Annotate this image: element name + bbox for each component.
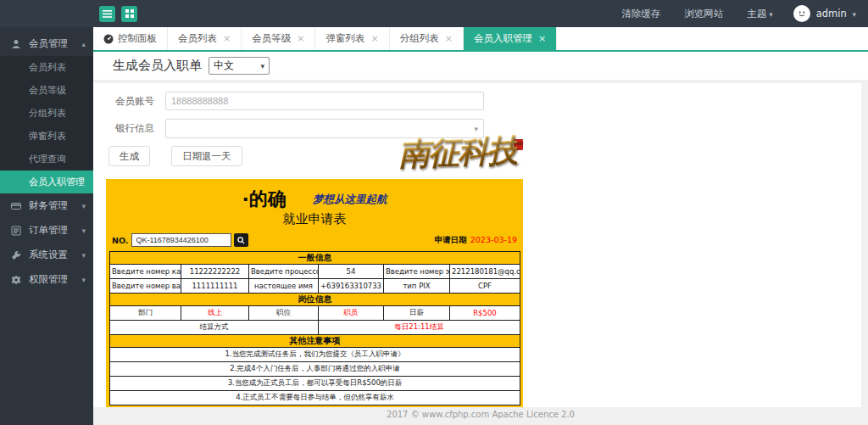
language-select[interactable]: 中文 ▾ bbox=[209, 57, 270, 75]
sidebar: 会员管理 ▴ 会员列表 会员等级 分组列表 弹窗列表 代理查询 会员入职管理 财… bbox=[0, 27, 93, 425]
tab-popup-list[interactable]: 弹窗列表 × bbox=[315, 27, 389, 50]
sidebar-item-order-management[interactable]: 订单管理 ▾ bbox=[0, 218, 93, 243]
cell-dept-value: 线上 bbox=[181, 306, 249, 321]
tab-member-onboarding[interactable]: 会员入职管理 × bbox=[464, 27, 557, 50]
user-menu[interactable]: admin ▾ bbox=[816, 8, 856, 20]
sidebar-item-label: 系统设置 bbox=[29, 249, 68, 261]
bank-label: 银行信息 bbox=[102, 122, 154, 135]
section-general: 一般信息 bbox=[110, 252, 520, 265]
username: admin bbox=[816, 8, 847, 20]
sidebar-item-agent-query[interactable]: 代理查询 bbox=[0, 148, 93, 171]
tab-bar: 控制面板 会员列表 × 会员等级 × 弹窗列表 × 分组列表 × 会员入职管理 … bbox=[93, 27, 868, 52]
member-submenu: 会员列表 会员等级 分组列表 弹窗列表 代理查询 会员入职管理 bbox=[0, 56, 93, 193]
cell-realname-label: настоящее имя bbox=[249, 279, 319, 294]
section-row: 其他注意事项 bbox=[110, 335, 520, 348]
clear-cache-link[interactable]: 清除缓存 bbox=[621, 8, 660, 20]
cell-settle-value: 每日21:11结算 bbox=[319, 321, 520, 335]
browse-site-link[interactable]: 浏览网站 bbox=[684, 8, 723, 20]
table-row: Введите номер вашег 1111111111 настоящее… bbox=[110, 279, 520, 294]
bank-select[interactable]: ▾ bbox=[165, 119, 484, 138]
cell-pix-type: тип PIX bbox=[384, 279, 450, 294]
cell-position-label: 职位 bbox=[249, 306, 319, 321]
account-input[interactable] bbox=[165, 92, 484, 110]
sidebar-item-permission-management[interactable]: 权限管理 ▾ bbox=[0, 267, 93, 292]
close-icon[interactable]: × bbox=[223, 33, 231, 44]
avatar[interactable] bbox=[793, 5, 810, 22]
tab-label: 会员等级 bbox=[252, 32, 291, 45]
sidebar-item-label: 权限管理 bbox=[29, 273, 68, 286]
no-input[interactable] bbox=[131, 233, 231, 247]
apply-date-label: 申请日期 bbox=[435, 235, 467, 244]
section-row: 岗位信息 bbox=[110, 294, 520, 306]
apply-date: 申请日期2023-03-19 bbox=[435, 235, 517, 246]
cell-settle-label: 结算方式 bbox=[110, 321, 319, 335]
appform-slogan: 梦想从这里起航 bbox=[313, 193, 387, 205]
chevron-down-icon: ▾ bbox=[81, 251, 86, 260]
theme-menu[interactable]: 主题▾ bbox=[747, 8, 773, 20]
table-row: 1.当您完成测试任务后，我们为您提交《员工入职申请》 bbox=[110, 348, 520, 362]
close-icon[interactable]: × bbox=[297, 33, 304, 44]
cell-number-value: 1111111111 bbox=[181, 279, 249, 294]
note-2: 2.完成4个入门任务后，人事部门将通过您的入职申请 bbox=[110, 362, 520, 377]
search-button[interactable] bbox=[234, 233, 248, 247]
gear-icon bbox=[11, 274, 22, 285]
sidebar-item-finance-management[interactable]: 财务管理 ▾ bbox=[0, 193, 93, 218]
appform-no-row: NO. 申请日期2023-03-19 bbox=[106, 230, 523, 249]
sidebar-item-label: 财务管理 bbox=[29, 199, 68, 212]
account-label: 会员账号 bbox=[102, 95, 154, 108]
search-icon bbox=[237, 234, 245, 247]
sidebar-item-member-list[interactable]: 会员列表 bbox=[0, 56, 93, 79]
table-row: 2.完成4个入门任务后，人事部门将通过您的入职申请 bbox=[110, 362, 520, 377]
chevron-down-icon: ▾ bbox=[474, 125, 478, 133]
tab-label: 控制面板 bbox=[118, 32, 157, 45]
appform-brandline: ·的确 梦想从这里起航 bbox=[106, 179, 523, 211]
sidebar-item-popup-list[interactable]: 弹窗列表 bbox=[0, 125, 93, 148]
cell-position-value: 职员 bbox=[319, 306, 384, 321]
application-table: 一般信息 Введите номер карточ 11222222222 Вв… bbox=[109, 251, 520, 405]
tab-label: 会员列表 bbox=[178, 32, 217, 45]
table-row: 结算方式 每日21:11结算 bbox=[110, 321, 520, 335]
section-row: 一般信息 bbox=[110, 252, 520, 265]
topbar-spacer bbox=[0, 0, 99, 27]
close-icon[interactable]: × bbox=[445, 33, 453, 44]
chevron-down-icon: ▾ bbox=[81, 202, 86, 210]
chevron-down-icon: ▾ bbox=[260, 62, 264, 70]
tab-label: 弹窗列表 bbox=[326, 32, 364, 45]
cell-email-value: 2212180181@qq.com bbox=[450, 265, 520, 279]
generate-button[interactable]: 生成 bbox=[108, 146, 150, 166]
chevron-down-icon: ▾ bbox=[852, 10, 856, 19]
sidebar-toggle-button[interactable] bbox=[99, 6, 115, 22]
tab-label: 会员入职管理 bbox=[474, 32, 532, 45]
chevron-down-icon: ▾ bbox=[81, 226, 86, 235]
order-list-icon bbox=[11, 225, 22, 236]
cell-dept-label: 部门 bbox=[110, 306, 181, 321]
sidebar-item-group-list[interactable]: 分组列表 bbox=[0, 102, 93, 125]
tab-member-list[interactable]: 会员列表 × bbox=[168, 27, 242, 50]
chevron-down-icon: ▾ bbox=[769, 10, 773, 19]
sidebar-item-member-management[interactable]: 会员管理 ▴ bbox=[0, 31, 93, 56]
appform-brand: ·的确 bbox=[242, 188, 287, 210]
close-icon[interactable]: × bbox=[538, 33, 546, 44]
dashboard-icon bbox=[103, 34, 114, 44]
appform-title: 就业申请表 bbox=[106, 211, 523, 230]
sidebar-item-system-settings[interactable]: 系统设置 ▾ bbox=[0, 243, 93, 267]
sidebar-item-label: 订单管理 bbox=[29, 224, 68, 237]
close-icon[interactable]: × bbox=[370, 33, 378, 44]
cell-processor-value: 54 bbox=[319, 265, 384, 279]
language-value: 中文 bbox=[214, 59, 234, 73]
no-label: NO. bbox=[112, 236, 128, 245]
sidebar-item-member-onboarding[interactable]: 会员入职管理 bbox=[0, 171, 93, 193]
cell-salary-label: 日薪 bbox=[384, 306, 450, 321]
tab-member-level[interactable]: 会员等级 × bbox=[242, 27, 315, 50]
date-back-button[interactable]: 日期退一天 bbox=[171, 146, 242, 166]
table-row: 4.正式员工不需要每日参与结单，但仍然享有薪水 bbox=[110, 391, 520, 405]
content-panel: 会员账号 银行信息 ▾ 生成 日期退一天 南征科技 bbox=[93, 83, 861, 407]
apps-grid-button[interactable] bbox=[121, 6, 137, 22]
cell-processor-label: Введите процессор bbox=[249, 265, 319, 279]
tab-label: 分组列表 bbox=[400, 32, 439, 45]
credit-card-icon bbox=[11, 200, 22, 211]
sidebar-item-member-level[interactable]: 会员等级 bbox=[0, 79, 93, 102]
tab-dashboard[interactable]: 控制面板 bbox=[93, 27, 168, 50]
table-row: Введите номер карточ 11222222222 Введите… bbox=[110, 265, 520, 279]
tab-group-list[interactable]: 分组列表 × bbox=[390, 27, 464, 50]
